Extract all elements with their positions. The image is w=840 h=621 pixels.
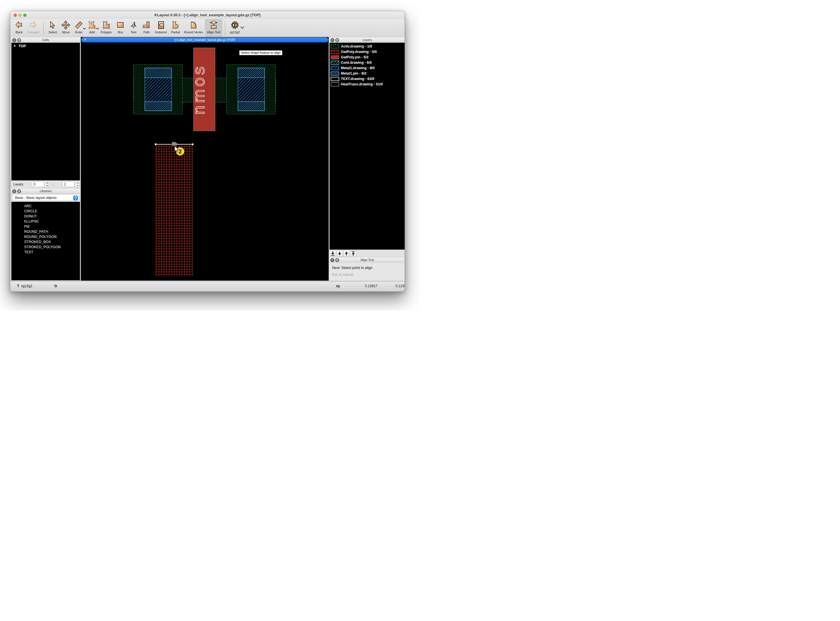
layer-swatch-metal1-drawing[interactable] [331, 66, 339, 70]
sg13g2-label: sg13g2 [230, 30, 240, 34]
levels-separator: .. [52, 182, 54, 186]
status-x-coordinate: 0.13917 [354, 284, 377, 288]
layers-list[interactable]: Activ.drawing - 1/0 GatPoly.drawing - 5/… [329, 42, 405, 250]
klayout-window: KLayout 0.30.3 - [+] align_tool_example_… [10, 11, 405, 292]
align-tool-button[interactable]: Align Tool [205, 19, 222, 37]
move-layer-bottom-button[interactable] [330, 250, 336, 257]
move-button[interactable]: Move [59, 19, 72, 37]
metal1-pin-right-top-shape[interactable] [238, 68, 265, 78]
levels-label: Levels [14, 182, 23, 186]
list-item[interactable]: STROKED_BOX [24, 240, 51, 244]
select-button[interactable]: Select [46, 19, 59, 37]
polygon-label: Polygon [100, 30, 112, 34]
gear-macro-icon: T [230, 21, 239, 30]
window-title: KLayout 0.30.3 - [+] align_tool_example_… [10, 13, 405, 17]
cell-top-label: TOP [18, 44, 26, 48]
layer-swatch-gatpoly-pin[interactable] [331, 55, 339, 59]
layer-swatch-gatpoly-drawing[interactable] [331, 50, 339, 54]
list-item[interactable]: ROUND_PATH [24, 230, 48, 234]
canvas-tooltip: Select shape feature to align [239, 50, 282, 55]
align-step-number: 2 [179, 148, 182, 154]
levels-from-stepper[interactable] [45, 181, 49, 187]
levels-to-stepper[interactable] [75, 181, 79, 187]
list-item[interactable]: PIE [24, 224, 30, 229]
layout-viewport[interactable]: nmos 2 [81, 43, 328, 281]
ruler-label: Ruler [75, 30, 83, 34]
toolbar: Back Forward Select Move [10, 19, 405, 37]
cells-tree[interactable]: TOP [11, 42, 80, 181]
libraries-panel-title: Libraries [11, 189, 80, 193]
cell-top-row[interactable]: TOP [11, 44, 26, 48]
library-list[interactable]: ARC CIRCLE DONUT ELLIPSE PIE ROUND_PATH … [11, 201, 80, 281]
move-layer-top-button[interactable] [350, 250, 357, 257]
list-item[interactable]: DONUT [24, 214, 37, 218]
move-icon [61, 21, 70, 30]
levels-to-input[interactable]: 2 [62, 182, 74, 187]
desktop: KLayout 0.30.3 - [+] align_tool_example_… [0, 0, 420, 310]
tab-title: [+] align_tool_example_layout.gds.gz [TO… [81, 38, 328, 42]
status-bar: T sg13g2 G xy 0.13917 0.12351 [10, 281, 405, 291]
path-icon [142, 21, 151, 30]
instance-label: Instance [155, 30, 167, 34]
levels-from-input[interactable]: 0 [32, 182, 44, 187]
back-icon [15, 21, 24, 30]
left-panel-column: × Cells TOP Levels 0 .. [11, 37, 80, 282]
status-cell-type: T [17, 284, 19, 288]
add-label: Add [89, 30, 95, 34]
partial-icon [171, 21, 180, 30]
library-select[interactable]: Basic - Basic layout objects [12, 194, 79, 201]
library-selected-value: Basic - Basic layout objects [15, 196, 57, 200]
add-button[interactable]: Add [85, 19, 98, 37]
polygon-icon [101, 21, 111, 30]
forward-button[interactable]: Forward [26, 19, 41, 37]
sg13g2-menu-button[interactable]: T sg13g2 [228, 19, 242, 37]
list-item[interactable]: CIRCLE [24, 209, 37, 213]
path-button[interactable]: Path [140, 19, 153, 37]
library-select-row: Basic - Basic layout objects [11, 194, 80, 201]
align-target-shape[interactable] [156, 144, 193, 276]
toolbar-separator [43, 21, 44, 35]
layer-swatch-cont[interactable] [331, 61, 339, 65]
metal1-pin-left-top-shape[interactable] [145, 68, 172, 78]
layer-swatch-text[interactable] [331, 77, 339, 81]
status-y-coordinate: 0.12351 [385, 284, 405, 288]
move-layer-up-button[interactable] [343, 250, 350, 257]
status-mode: G [54, 284, 57, 288]
list-item[interactable]: TEXT [24, 250, 33, 254]
partial-button[interactable]: Partial [169, 19, 182, 37]
expand-triangle-icon[interactable] [14, 44, 16, 47]
layers-panel-title: Layers [329, 38, 405, 42]
layout-tab[interactable]: ✕ [+] align_tool_example_layout.gds.gz [… [81, 37, 328, 42]
list-item[interactable]: STROKED_POLYGON [24, 245, 61, 249]
sg13g2-dropdown-icon[interactable] [241, 26, 244, 29]
layer-swatch-heattrans[interactable] [331, 82, 339, 86]
box-button[interactable]: Box [114, 19, 127, 37]
status-xy-label: xy [336, 284, 340, 288]
ruler-button[interactable]: Ruler [72, 19, 85, 37]
align-panel-body: Next: Select point to align Esc to cance… [329, 262, 405, 281]
list-item[interactable]: ROUND_POLYGON [24, 235, 57, 239]
metal1-pin-left-bottom-shape[interactable] [145, 101, 172, 111]
select-icon [48, 21, 57, 30]
list-item[interactable]: ELLIPSE [24, 220, 39, 223]
instance-icon: C [156, 21, 166, 30]
instance-button[interactable]: C Instance [153, 19, 169, 37]
round-vertex-button[interactable]: Round Vertex [182, 19, 205, 37]
list-item[interactable]: ARC [24, 204, 32, 208]
metal1-pin-right-bottom-shape[interactable] [238, 101, 265, 111]
box-icon [116, 21, 125, 30]
layer-swatch-metal1-pin[interactable] [331, 71, 339, 76]
align-tool-icon [209, 21, 218, 30]
layout-canvas-area: ✕ [+] align_tool_example_layout.gds.gz [… [81, 37, 328, 281]
round-vertex-label: Round Vertex [184, 30, 203, 34]
back-button[interactable]: Back [12, 19, 26, 37]
align-panel-header: × Align Tool [329, 257, 405, 262]
right-panel-column: × Layers Activ.drawing - 1/0 GatPoly.dra… [329, 37, 405, 282]
library-select-stepper-icon[interactable] [73, 195, 78, 200]
move-layer-down-button[interactable] [336, 250, 343, 257]
text-button[interactable]: A Text [127, 19, 140, 37]
layer-swatch-activ[interactable] [331, 44, 339, 48]
polygon-button[interactable]: Polygon [98, 19, 114, 37]
toolbar-separator [225, 21, 226, 35]
layer-move-toolbar [329, 250, 405, 257]
